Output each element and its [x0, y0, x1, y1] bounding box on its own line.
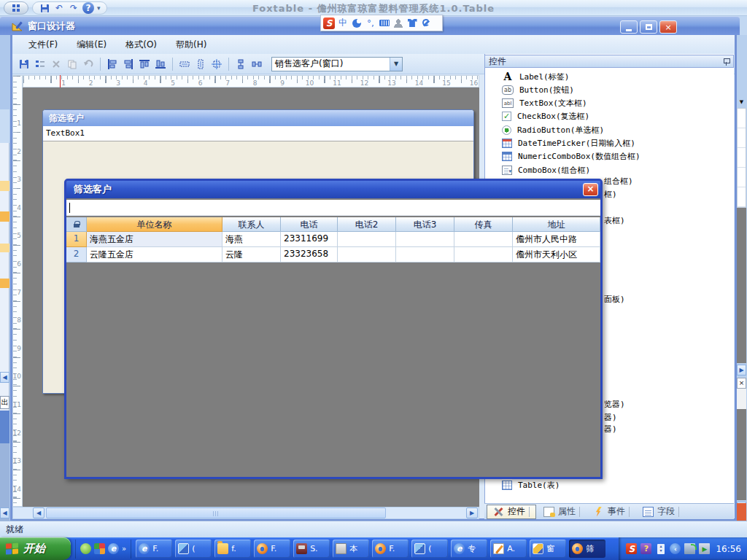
panel-tab[interactable]: 控件 [487, 505, 536, 519]
ime-settings-wrench-icon[interactable] [420, 18, 432, 29]
grid-cell[interactable] [338, 232, 396, 247]
align-left-icon[interactable] [105, 57, 120, 71]
taskbar-button[interactable]: S. [293, 540, 330, 558]
grid-cell[interactable]: 儋州市天利小区 [513, 247, 600, 262]
grid-column-header[interactable]: 传真 [454, 217, 513, 232]
quick-launch-360-icon[interactable] [80, 543, 91, 554]
align-right-icon[interactable] [121, 57, 136, 71]
grid-column-header[interactable]: 电话2 [338, 217, 396, 232]
grid-column-header[interactable]: 地址 [513, 217, 600, 232]
save-layout-icon[interactable] [17, 57, 31, 71]
window-selector-combobox[interactable]: 销售选客户(窗口) ▼ [271, 57, 403, 71]
close-button[interactable]: × [659, 20, 677, 34]
menu-item[interactable]: 格式(O) [118, 36, 164, 53]
grid-column-header[interactable]: 单位名称 [87, 217, 222, 232]
grid-cell[interactable]: 海燕五金店 [87, 232, 222, 247]
panel-tab[interactable]: 字段 [637, 505, 685, 519]
grid-corner-cell[interactable] [66, 217, 87, 232]
scroll-right-icon[interactable]: ▶ [466, 508, 478, 518]
controls-list-item[interactable]: CheckBox(复选框) [502, 110, 589, 123]
controls-list-item[interactable]: Label(标签) [502, 70, 569, 83]
tray-help-icon[interactable]: ? [640, 543, 651, 554]
controls-list-item[interactable]: TextBox(文本框) [502, 97, 587, 110]
tray-collapse-chevron-icon[interactable]: ‹ [670, 543, 681, 554]
controls-list-item[interactable]: NumericComboBox(数值组合框) [502, 150, 640, 163]
grid-cell[interactable] [396, 232, 454, 247]
tray-clock[interactable]: 16:56 [716, 544, 741, 554]
undo-toolbar-icon[interactable] [81, 57, 96, 71]
ime-user-icon[interactable] [392, 18, 404, 29]
grid-row-number[interactable]: 1 [66, 232, 87, 247]
align-top-icon[interactable] [137, 57, 152, 71]
grid-cell[interactable]: 海燕 [222, 232, 281, 247]
ime-keyboard-icon[interactable] [379, 18, 390, 29]
tray-sogou-icon[interactable]: S [626, 543, 637, 554]
combobox-dropdown-icon[interactable]: ▼ [390, 58, 402, 71]
grid-cell[interactable]: 23323658 [281, 247, 338, 262]
taskbar-button[interactable]: 窗 [530, 540, 566, 558]
quick-launch-squares-icon[interactable] [94, 543, 105, 554]
design-form-textbox[interactable]: TextBox1 [43, 126, 473, 141]
panel-tab[interactable]: 事件 [587, 505, 635, 519]
controls-list-item[interactable]: RadioButton(单选框) [502, 123, 604, 136]
grid-cell[interactable]: 儋州市人民中路 [513, 232, 600, 247]
tab-order-icon[interactable] [33, 57, 47, 71]
taskbar-button[interactable]: ( [175, 540, 212, 558]
popup-titlebar[interactable]: 筛选客户 [66, 181, 600, 198]
taskbar-button[interactable]: 本 [333, 540, 369, 558]
taskbar-button[interactable]: f. [214, 540, 251, 558]
taskbar-button[interactable]: ( [411, 540, 448, 558]
design-form-titlebar[interactable]: 筛选客户 [43, 110, 473, 126]
controls-list-item[interactable]: Button(按钮) [502, 83, 574, 96]
minimize-button[interactable] [620, 20, 638, 34]
taskbar-button[interactable]: A. [490, 540, 527, 558]
same-width-icon[interactable] [177, 57, 192, 71]
controls-list-item[interactable]: DateTimePicker(日期输入框) [502, 137, 635, 150]
start-button[interactable]: 开始 [0, 537, 71, 560]
horizontal-spacing-icon[interactable] [249, 57, 264, 71]
filter-input[interactable] [66, 200, 600, 216]
grid-cell[interactable]: 云隆五金店 [87, 247, 222, 262]
ime-punctuation[interactable]: °, [365, 18, 376, 29]
sogou-logo-icon[interactable]: S [323, 18, 335, 29]
grid-row-number[interactable]: 2 [66, 247, 87, 262]
grid-cell[interactable] [454, 232, 513, 247]
grid-cell[interactable] [454, 247, 513, 262]
quick-launch-ie-icon[interactable]: e [108, 543, 119, 554]
delete-icon[interactable] [49, 57, 63, 71]
vertical-spacing-icon[interactable] [233, 57, 248, 71]
controls-list-item[interactable]: ComboBox(组合框) [502, 163, 590, 176]
taskbar-button[interactable]: 筛 [569, 540, 605, 558]
grid-cell[interactable] [396, 247, 454, 262]
popup-close-button[interactable] [583, 183, 598, 196]
taskbar-button[interactable]: F. [372, 540, 409, 558]
copy-icon[interactable] [65, 57, 80, 71]
scroll-left-icon[interactable]: ◀ [33, 508, 44, 518]
menu-item[interactable]: 文件(F) [21, 36, 65, 53]
pin-icon[interactable] [723, 58, 729, 66]
tray-hidden-icons-grip[interactable]: ▴▾ [655, 543, 666, 554]
same-size-icon[interactable] [209, 57, 224, 71]
tray-scanner-icon[interactable] [699, 543, 710, 554]
ime-fullwidth-icon[interactable] [351, 18, 363, 29]
grid-cell[interactable]: 云隆 [222, 247, 281, 262]
same-height-icon[interactable] [193, 57, 208, 71]
ime-mode-chinese[interactable]: 中 [337, 18, 349, 29]
scroll-thumb[interactable] [46, 508, 386, 518]
grid-column-header[interactable]: 电话 [281, 217, 338, 232]
panel-tab[interactable]: 属性 [538, 505, 586, 519]
taskbar-button[interactable]: 专 [451, 540, 487, 558]
grid-column-header[interactable]: 电话3 [396, 217, 454, 232]
ime-skin-icon[interactable] [406, 18, 418, 29]
controls-list-item-table[interactable]: Table(表) [502, 478, 560, 491]
grid-cell[interactable]: 23311699 [281, 232, 338, 247]
grid-cell[interactable] [338, 247, 396, 262]
menu-item[interactable]: 编辑(E) [69, 36, 114, 53]
maximize-button[interactable] [640, 20, 657, 34]
quick-launch-chevron-icon[interactable]: » [122, 545, 126, 553]
taskbar-button[interactable]: F. [136, 540, 172, 558]
grid-column-header[interactable]: 联系人 [222, 217, 281, 232]
tray-network-icon[interactable] [684, 543, 695, 554]
taskbar-button[interactable]: F. [254, 540, 290, 558]
align-bottom-icon[interactable] [153, 57, 168, 71]
